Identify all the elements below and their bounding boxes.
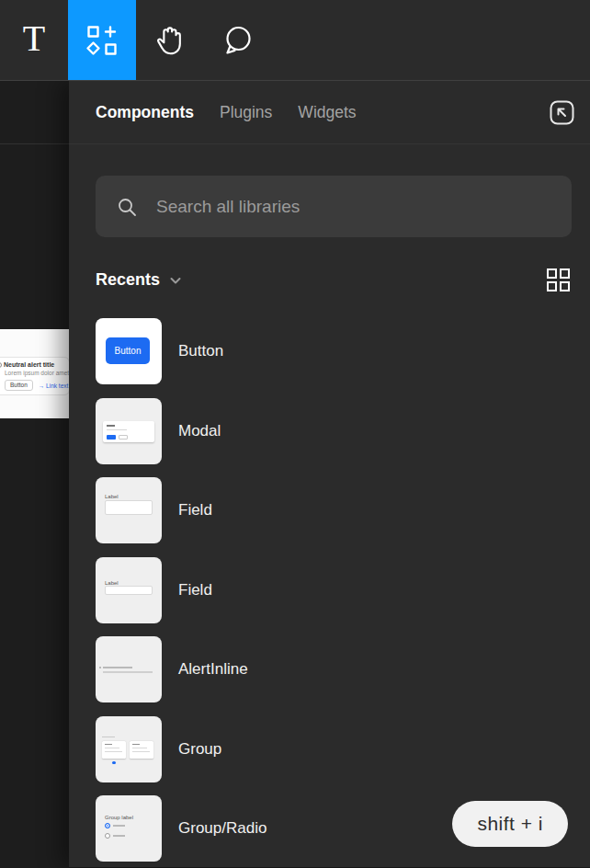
grid-view-toggle[interactable] <box>546 268 571 292</box>
canvas-strip[interactable]: Neutral alert title Lorem ipsum dolor am… <box>0 81 69 867</box>
alert-link: → Link text <box>39 383 69 389</box>
text-tool-icon: T <box>23 20 45 61</box>
field-thumbnail: Label <box>96 477 162 543</box>
group-radio-thumbnail: Group label <box>96 795 162 862</box>
tab-widgets[interactable]: Widgets <box>298 103 356 122</box>
comment-bubble-icon <box>221 24 255 57</box>
text-tool-button[interactable]: T <box>0 0 68 80</box>
popout-button[interactable] <box>547 97 577 128</box>
mini-button: Button <box>106 337 150 364</box>
list-item-group[interactable]: Group <box>96 716 590 782</box>
item-label: Modal <box>178 422 221 440</box>
components-tool-button[interactable] <box>68 0 136 80</box>
search-box[interactable] <box>96 176 572 237</box>
alert-title: Neutral alert title <box>4 361 54 368</box>
mini-radio-selected <box>105 823 110 828</box>
button-thumbnail: Button <box>96 318 162 384</box>
item-label: AlertInline <box>178 660 248 679</box>
search-icon <box>116 196 138 218</box>
alert-description: Lorem ipsum dolor amet conse <box>5 370 66 376</box>
modal-thumbnail <box>96 398 162 464</box>
tab-components[interactable]: Components <box>96 103 194 122</box>
list-item-field-1[interactable]: Label Field <box>96 477 590 543</box>
components-icon <box>85 24 119 57</box>
shortcut-hint-badge: shift + i <box>452 801 568 847</box>
popout-arrow-icon <box>547 97 577 128</box>
panel-tabs: Components Plugins Widgets <box>69 81 590 144</box>
canvas-artboard: Neutral alert title Lorem ipsum dolor am… <box>0 329 69 418</box>
search-input[interactable] <box>156 197 551 217</box>
alert-info-icon <box>0 362 2 368</box>
canvas-divider <box>0 143 69 144</box>
toolbar: T <box>0 0 590 81</box>
item-label: Group <box>178 740 221 759</box>
list-item-modal[interactable]: Modal <box>96 398 590 464</box>
recents-title: Recents <box>96 270 160 290</box>
mini-pagination-dot <box>112 761 116 765</box>
alertinline-thumbnail <box>96 636 162 702</box>
field-thumbnail: Label <box>96 557 162 623</box>
tab-plugins[interactable]: Plugins <box>220 103 272 122</box>
hand-tool-button[interactable] <box>136 0 204 80</box>
group-thumbnail <box>96 716 162 782</box>
item-label: Group/Radio <box>178 819 267 838</box>
list-item-alertinline[interactable]: AlertInline <box>96 636 590 702</box>
item-label: Field <box>178 581 212 600</box>
main-area: Neutral alert title Lorem ipsum dolor am… <box>0 81 590 867</box>
alert-button: Button <box>5 380 33 391</box>
hand-icon <box>153 23 187 58</box>
grid-icon <box>546 268 571 292</box>
list-item-button[interactable]: Button Button <box>96 318 590 384</box>
comment-tool-button[interactable] <box>204 0 272 80</box>
item-label: Button <box>178 342 223 360</box>
recents-list: Button Button Modal Label <box>96 318 590 862</box>
list-item-field-2[interactable]: Label Field <box>96 557 590 623</box>
canvas-alert-component: Neutral alert title Lorem ipsum dolor am… <box>0 357 69 395</box>
figma-app: T <box>0 0 590 868</box>
mini-radio-unselected <box>105 833 110 839</box>
item-label: Field <box>178 501 212 520</box>
chevron-down-icon[interactable] <box>169 276 182 285</box>
recents-header: Recents <box>96 268 571 292</box>
components-panel: Components Plugins Widgets Rece <box>69 81 590 867</box>
